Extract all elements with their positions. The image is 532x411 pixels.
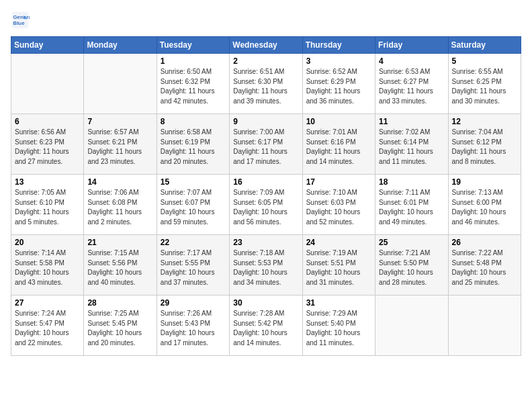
day-number: 28 (87, 298, 153, 308)
calendar-week-row: 13Sunrise: 7:05 AM Sunset: 6:10 PM Dayli… (11, 175, 521, 235)
day-number: 16 (233, 177, 299, 187)
day-info: Sunrise: 7:28 AM Sunset: 5:42 PM Dayligh… (233, 309, 299, 348)
calendar-day-cell: 6Sunrise: 6:56 AM Sunset: 6:23 PM Daylig… (11, 114, 84, 175)
calendar-day-cell: 17Sunrise: 7:10 AM Sunset: 6:03 PM Dayli… (302, 175, 375, 235)
day-of-week-header: Tuesday (157, 37, 229, 54)
day-number: 8 (161, 117, 226, 126)
day-number: 11 (379, 117, 445, 126)
day-info: Sunrise: 7:25 AM Sunset: 5:45 PM Dayligh… (87, 309, 153, 348)
day-info: Sunrise: 7:04 AM Sunset: 6:12 PM Dayligh… (452, 128, 518, 167)
day-number: 17 (306, 177, 372, 187)
calendar-week-row: 1Sunrise: 6:50 AM Sunset: 6:32 PM Daylig… (11, 54, 521, 114)
calendar-day-cell: 22Sunrise: 7:17 AM Sunset: 5:55 PM Dayli… (157, 235, 229, 295)
calendar-day-cell: 9Sunrise: 7:00 AM Sunset: 6:17 PM Daylig… (230, 114, 302, 175)
calendar-day-cell: 26Sunrise: 7:22 AM Sunset: 5:48 PM Dayli… (448, 235, 521, 295)
calendar-day-cell: 14Sunrise: 7:06 AM Sunset: 6:08 PM Dayli… (84, 175, 157, 235)
calendar-day-cell: 21Sunrise: 7:15 AM Sunset: 5:56 PM Dayli… (84, 235, 157, 295)
day-info: Sunrise: 7:17 AM Sunset: 5:55 PM Dayligh… (161, 248, 226, 287)
day-number: 18 (379, 177, 445, 187)
day-of-week-header: Thursday (302, 37, 375, 54)
day-number: 12 (452, 117, 518, 126)
day-info: Sunrise: 6:50 AM Sunset: 6:32 PM Dayligh… (161, 67, 226, 106)
calendar-day-cell (11, 54, 84, 114)
day-info: Sunrise: 6:57 AM Sunset: 6:21 PM Dayligh… (87, 128, 153, 167)
day-info: Sunrise: 7:15 AM Sunset: 5:56 PM Dayligh… (87, 248, 153, 287)
day-number: 30 (233, 298, 299, 308)
day-number: 15 (161, 177, 226, 187)
day-number: 26 (452, 238, 518, 247)
calendar-day-cell: 4Sunrise: 6:53 AM Sunset: 6:27 PM Daylig… (375, 54, 448, 114)
calendar-day-cell (375, 295, 448, 356)
day-number: 29 (161, 298, 226, 308)
day-of-week-header: Sunday (11, 37, 84, 54)
day-number: 20 (15, 238, 81, 247)
day-number: 3 (306, 56, 372, 66)
day-info: Sunrise: 6:55 AM Sunset: 6:25 PM Dayligh… (452, 67, 518, 106)
page-header: General Blue (11, 11, 521, 30)
day-info: Sunrise: 7:10 AM Sunset: 6:03 PM Dayligh… (306, 188, 372, 227)
day-info: Sunrise: 7:14 AM Sunset: 5:58 PM Dayligh… (15, 248, 81, 287)
day-number: 31 (306, 298, 372, 308)
day-number: 23 (233, 238, 299, 247)
day-info: Sunrise: 7:09 AM Sunset: 6:05 PM Dayligh… (233, 188, 299, 227)
calendar-day-cell: 1Sunrise: 6:50 AM Sunset: 6:32 PM Daylig… (157, 54, 229, 114)
day-of-week-header: Monday (84, 37, 157, 54)
calendar-day-cell: 8Sunrise: 6:58 AM Sunset: 6:19 PM Daylig… (157, 114, 229, 175)
calendar-header-row: SundayMondayTuesdayWednesdayThursdayFrid… (11, 37, 521, 54)
logo: General Blue (11, 11, 32, 30)
calendar-day-cell: 2Sunrise: 6:51 AM Sunset: 6:30 PM Daylig… (230, 54, 302, 114)
day-number: 19 (452, 177, 518, 187)
day-info: Sunrise: 6:53 AM Sunset: 6:27 PM Dayligh… (379, 67, 445, 106)
day-info: Sunrise: 7:06 AM Sunset: 6:08 PM Dayligh… (87, 188, 153, 227)
day-number: 4 (379, 56, 445, 66)
calendar-day-cell: 25Sunrise: 7:21 AM Sunset: 5:50 PM Dayli… (375, 235, 448, 295)
calendar-table: SundayMondayTuesdayWednesdayThursdayFrid… (11, 36, 521, 356)
calendar-day-cell: 23Sunrise: 7:18 AM Sunset: 5:53 PM Dayli… (230, 235, 302, 295)
day-number: 1 (161, 56, 226, 66)
calendar-day-cell: 10Sunrise: 7:01 AM Sunset: 6:16 PM Dayli… (302, 114, 375, 175)
day-number: 25 (379, 238, 445, 247)
day-number: 13 (15, 177, 81, 187)
day-info: Sunrise: 7:13 AM Sunset: 6:00 PM Dayligh… (452, 188, 518, 227)
day-info: Sunrise: 6:51 AM Sunset: 6:30 PM Dayligh… (233, 67, 299, 106)
day-number: 7 (87, 117, 153, 126)
calendar-day-cell: 3Sunrise: 6:52 AM Sunset: 6:29 PM Daylig… (302, 54, 375, 114)
day-number: 27 (15, 298, 81, 308)
day-number: 2 (233, 56, 299, 66)
logo-icon: General Blue (11, 11, 30, 30)
calendar-day-cell (448, 295, 521, 356)
day-of-week-header: Friday (375, 37, 448, 54)
calendar-day-cell: 18Sunrise: 7:11 AM Sunset: 6:01 PM Dayli… (375, 175, 448, 235)
day-number: 9 (233, 117, 299, 126)
calendar-day-cell: 12Sunrise: 7:04 AM Sunset: 6:12 PM Dayli… (448, 114, 521, 175)
day-info: Sunrise: 7:05 AM Sunset: 6:10 PM Dayligh… (15, 188, 81, 227)
svg-text:General: General (13, 14, 30, 20)
calendar-day-cell: 29Sunrise: 7:26 AM Sunset: 5:43 PM Dayli… (157, 295, 229, 356)
day-info: Sunrise: 6:52 AM Sunset: 6:29 PM Dayligh… (306, 67, 372, 106)
day-info: Sunrise: 6:56 AM Sunset: 6:23 PM Dayligh… (15, 128, 81, 167)
day-info: Sunrise: 7:00 AM Sunset: 6:17 PM Dayligh… (233, 128, 299, 167)
calendar-day-cell: 24Sunrise: 7:19 AM Sunset: 5:51 PM Dayli… (302, 235, 375, 295)
day-number: 21 (87, 238, 153, 247)
day-info: Sunrise: 7:26 AM Sunset: 5:43 PM Dayligh… (161, 309, 226, 348)
day-of-week-header: Saturday (448, 37, 521, 54)
calendar-week-row: 20Sunrise: 7:14 AM Sunset: 5:58 PM Dayli… (11, 235, 521, 295)
day-number: 24 (306, 238, 372, 247)
day-number: 14 (87, 177, 153, 187)
day-info: Sunrise: 7:18 AM Sunset: 5:53 PM Dayligh… (233, 248, 299, 287)
calendar-day-cell: 19Sunrise: 7:13 AM Sunset: 6:00 PM Dayli… (448, 175, 521, 235)
calendar-day-cell: 28Sunrise: 7:25 AM Sunset: 5:45 PM Dayli… (84, 295, 157, 356)
calendar-day-cell: 16Sunrise: 7:09 AM Sunset: 6:05 PM Dayli… (230, 175, 302, 235)
day-number: 22 (161, 238, 226, 247)
calendar-day-cell: 13Sunrise: 7:05 AM Sunset: 6:10 PM Dayli… (11, 175, 84, 235)
calendar-day-cell: 5Sunrise: 6:55 AM Sunset: 6:25 PM Daylig… (448, 54, 521, 114)
day-info: Sunrise: 7:22 AM Sunset: 5:48 PM Dayligh… (452, 248, 518, 287)
day-info: Sunrise: 7:21 AM Sunset: 5:50 PM Dayligh… (379, 248, 445, 287)
calendar-day-cell: 30Sunrise: 7:28 AM Sunset: 5:42 PM Dayli… (230, 295, 302, 356)
day-info: Sunrise: 6:58 AM Sunset: 6:19 PM Dayligh… (161, 128, 226, 167)
day-info: Sunrise: 7:11 AM Sunset: 6:01 PM Dayligh… (379, 188, 445, 227)
calendar-week-row: 6Sunrise: 6:56 AM Sunset: 6:23 PM Daylig… (11, 114, 521, 175)
calendar-day-cell: 15Sunrise: 7:07 AM Sunset: 6:07 PM Dayli… (157, 175, 229, 235)
calendar-day-cell: 20Sunrise: 7:14 AM Sunset: 5:58 PM Dayli… (11, 235, 84, 295)
calendar-day-cell: 7Sunrise: 6:57 AM Sunset: 6:21 PM Daylig… (84, 114, 157, 175)
